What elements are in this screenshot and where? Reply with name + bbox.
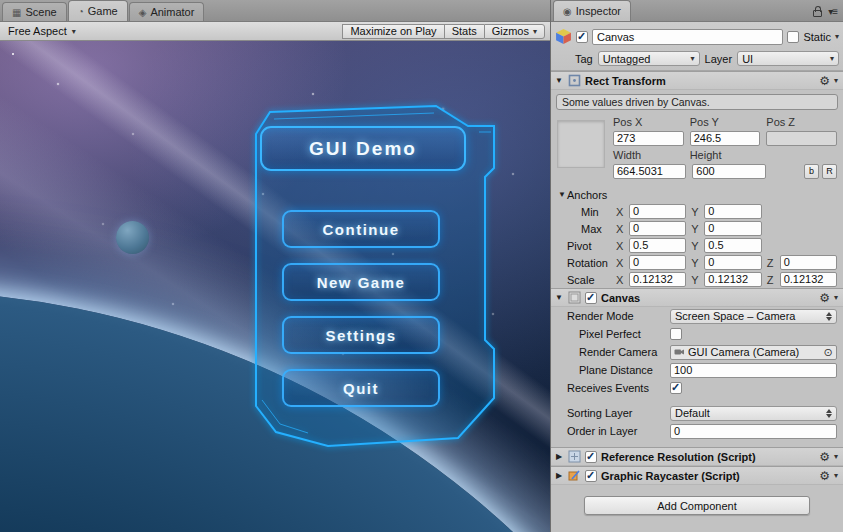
pivot-y-field[interactable]: 0.5 <box>704 238 761 253</box>
rect-transform-header[interactable]: ▼ Rect Transform ⚙ ▾ <box>551 71 843 90</box>
render-camera-object-field[interactable]: GUI Camera (Camera) ⊙ <box>670 345 837 360</box>
aspect-ratio-value: Free Aspect <box>8 25 67 37</box>
foldout-collapsed-icon[interactable]: ▶ <box>554 471 564 480</box>
pos-y-field[interactable]: 246.5 <box>690 131 761 146</box>
name-field[interactable]: Canvas <box>592 29 783 45</box>
plane-distance-row: Plane Distance 100 <box>551 361 843 379</box>
order-in-layer-field[interactable]: 0 <box>670 424 837 439</box>
render-mode-row: Render Mode Screen Space – Camera <box>551 307 843 325</box>
max-label: Max <box>555 223 611 235</box>
panel-menu-icon[interactable]: ▾≡ <box>828 6 837 17</box>
rotation-y-field[interactable]: 0 <box>704 255 761 270</box>
height-field[interactable]: 600 <box>692 164 765 179</box>
static-checkbox[interactable] <box>787 31 799 43</box>
tab-inspector-label: Inspector <box>576 5 621 17</box>
receives-events-checkbox[interactable] <box>670 382 682 394</box>
canvas-enabled-checkbox[interactable] <box>585 292 597 304</box>
pos-z-field[interactable] <box>766 131 837 146</box>
render-mode-dropdown[interactable]: Screen Space – Camera <box>670 309 837 324</box>
gear-icon[interactable]: ⚙ <box>819 469 830 483</box>
add-component-button[interactable]: Add Component <box>584 496 810 515</box>
game-icon: ◔ <box>78 6 84 17</box>
graphic-raycaster-enabled-checkbox[interactable] <box>585 470 597 482</box>
layer-dropdown[interactable]: UI ▾ <box>737 51 839 66</box>
pos-x-field[interactable]: 273 <box>613 131 684 146</box>
gear-icon[interactable]: ⚙ <box>819 74 830 88</box>
foldout-open-icon[interactable]: ▼ <box>554 293 564 302</box>
anchor-min-row: Min X 0 Y 0 <box>551 203 843 220</box>
scale-x-field[interactable]: 0.12132 <box>629 272 686 287</box>
inspector-tabstrip: ◉ Inspector ▾≡ <box>551 0 843 22</box>
left-tabstrip: ▦ Scene ◔ Game ◈ Animator <box>0 0 550 22</box>
reference-resolution-enabled-checkbox[interactable] <box>585 451 597 463</box>
pos-y-label: Pos Y <box>690 116 761 128</box>
pivot-x-field[interactable]: 0.5 <box>629 238 686 253</box>
raw-edit-mode-button[interactable]: R <box>822 164 837 179</box>
static-dropdown-icon[interactable]: ▾ <box>835 32 839 41</box>
graphic-raycaster-header[interactable]: ▶ Graphic Raycaster (Script) ⚙ ▾ <box>551 466 843 485</box>
context-menu-icon[interactable]: ▾ <box>834 471 838 480</box>
settings-button[interactable]: Settings <box>282 316 440 354</box>
game-panel: ▦ Scene ◔ Game ◈ Animator Free Aspect ▾ … <box>0 0 551 532</box>
scale-y-field[interactable]: 0.12132 <box>704 272 761 287</box>
width-field[interactable]: 664.5031 <box>613 164 686 179</box>
pos-x-label: Pos X <box>613 116 684 128</box>
canvas-component-header[interactable]: ▼ Canvas ⚙ ▾ <box>551 288 843 307</box>
pivot-label: Pivot <box>555 240 611 252</box>
chevron-down-icon: ▾ <box>830 54 834 63</box>
tab-inspector[interactable]: ◉ Inspector <box>553 0 631 21</box>
aspect-ratio-dropdown[interactable]: Free Aspect ▾ <box>0 22 84 40</box>
pixel-perfect-label: Pixel Perfect <box>555 328 665 340</box>
pixel-perfect-checkbox[interactable] <box>670 328 682 340</box>
dropdown-arrows-icon <box>826 312 832 321</box>
driven-values-note: Some values driven by Canvas. <box>556 94 838 110</box>
sorting-layer-row: Sorting Layer Default <box>551 404 843 422</box>
moon <box>116 221 149 254</box>
tag-dropdown[interactable]: Untagged ▾ <box>598 51 700 66</box>
anchor-max-y-field[interactable]: 0 <box>704 221 761 236</box>
tab-game[interactable]: ◔ Game <box>68 0 128 21</box>
canvas-component-icon <box>568 291 581 304</box>
gizmos-dropdown[interactable]: Gizmos ▾ <box>484 24 545 39</box>
static-label: Static <box>803 31 831 43</box>
blueprint-mode-button[interactable]: b <box>804 164 819 179</box>
anchor-preset-preview[interactable] <box>557 120 605 168</box>
new-game-button[interactable]: New Game <box>282 263 440 301</box>
gear-icon[interactable]: ⚙ <box>819 450 830 464</box>
quit-button[interactable]: Quit <box>282 369 440 407</box>
context-menu-icon[interactable]: ▾ <box>834 452 838 461</box>
rect-transform-body: Some values driven by Canvas. Pos X Pos … <box>551 90 843 186</box>
animator-icon: ◈ <box>139 7 147 18</box>
graphic-raycaster-icon <box>568 469 581 482</box>
maximize-on-play-button[interactable]: Maximize on Play <box>342 24 443 39</box>
foldout-open-icon[interactable]: ▼ <box>554 76 564 85</box>
foldout-collapsed-icon[interactable]: ▶ <box>554 452 564 461</box>
context-menu-icon[interactable]: ▾ <box>834 76 838 85</box>
order-in-layer-row: Order in Layer 0 <box>551 422 843 440</box>
order-in-layer-label: Order in Layer <box>555 425 665 437</box>
anchor-min-x-field[interactable]: 0 <box>629 204 686 219</box>
stats-button[interactable]: Stats <box>444 24 484 39</box>
gear-icon[interactable]: ⚙ <box>819 291 830 305</box>
context-menu-icon[interactable]: ▾ <box>834 293 838 302</box>
pixel-perfect-row: Pixel Perfect <box>551 325 843 343</box>
anchor-max-x-field[interactable]: 0 <box>629 221 686 236</box>
sorting-layer-dropdown[interactable]: Default <box>670 406 837 421</box>
rotation-x-field[interactable]: 0 <box>629 255 686 270</box>
rotation-z-field[interactable]: 0 <box>780 255 837 270</box>
scale-z-field[interactable]: 0.12132 <box>780 272 837 287</box>
anchors-foldout[interactable]: ▼ Anchors <box>555 189 611 201</box>
tab-scene[interactable]: ▦ Scene <box>2 2 67 21</box>
continue-button[interactable]: Continue <box>282 210 440 248</box>
rotation-row: Rotation X 0 Y 0 Z 0 <box>551 254 843 271</box>
plane-distance-field[interactable]: 100 <box>670 363 837 378</box>
object-picker-icon[interactable]: ⊙ <box>822 347 834 358</box>
tab-game-label: Game <box>88 5 118 17</box>
anchor-min-y-field[interactable]: 0 <box>704 204 761 219</box>
render-mode-label: Render Mode <box>555 310 665 322</box>
tab-animator[interactable]: ◈ Animator <box>129 2 205 21</box>
lock-icon[interactable] <box>813 10 822 17</box>
reference-resolution-header[interactable]: ▶ Reference Resolution (Script) ⚙ ▾ <box>551 447 843 466</box>
game-menu-panel: GUI Demo Continue New Game Settings Quit <box>236 100 512 452</box>
active-checkbox[interactable] <box>576 31 588 43</box>
